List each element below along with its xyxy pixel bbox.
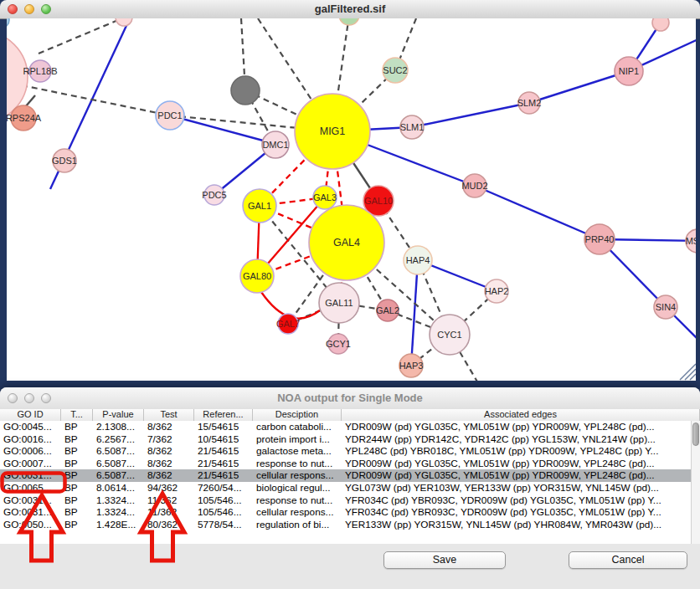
table-cell: YDR244W (pp) YDR142C, YDR142C (pp) YGL15… — [342, 433, 700, 446]
node-GDS1[interactable]: GDS1 — [52, 149, 77, 172]
network-edge — [529, 71, 629, 103]
node-label: RPL18B — [23, 66, 58, 76]
table-cell: YER133W (pp) YOR315W, YNL145W (pd) YHR08… — [342, 519, 700, 531]
table-cell: 21/54615 — [194, 469, 253, 482]
graph-window-title: galFiltered.sif — [0, 3, 700, 15]
resize-grip-line — [690, 374, 696, 380]
table-cell: 10/54615 — [194, 433, 253, 446]
table-cell: 2.1308... — [93, 421, 144, 433]
node-MIG1[interactable]: MIG1 — [295, 94, 370, 169]
table-row[interactable]: GO:0031...BP6.5087...8/36221/54615cellul… — [0, 469, 700, 482]
table-cell: GO:0007... — [0, 458, 61, 470]
table-cell: response to nut... — [253, 494, 342, 507]
node-SUC2[interactable]: SUC2 — [383, 58, 408, 83]
node-HAP2[interactable]: HAP2 — [485, 279, 509, 303]
table-row[interactable]: GO:0007...BP6.5087...8/36221/54615respon… — [0, 458, 700, 470]
node-PDC1[interactable]: PDC1 — [156, 101, 184, 130]
table-cell: BP — [61, 421, 93, 433]
table-row[interactable]: GO:0065...BP8.0614...94/3627260/54...bio… — [0, 482, 700, 494]
column-header-description[interactable]: Desciption — [253, 409, 342, 421]
node-DMC1[interactable]: DMC1 — [262, 131, 289, 158]
node-SLM1[interactable]: SLM1 — [400, 115, 425, 139]
node-cut-top-pink[interactable] — [116, 18, 132, 26]
scrollbar-thumb[interactable] — [692, 423, 699, 446]
node-label: DMC1 — [262, 140, 288, 150]
table-cell: BP — [61, 433, 93, 446]
table-row[interactable]: GO:0050...BP1.428E...80/3625778/54...reg… — [0, 519, 700, 531]
node-label: HAP2 — [485, 286, 509, 296]
noa-window-titlebar: NOA output for Single Mode — [0, 387, 700, 410]
graph-window-titlebar: galFiltered.sif — [0, 0, 700, 19]
column-header-test[interactable]: Test — [144, 409, 194, 421]
node-GAL4[interactable]: GAL4 — [309, 205, 384, 280]
table-cell: GO:0065... — [0, 482, 61, 494]
table-cell: 6.2567... — [93, 433, 144, 446]
node-GCY1[interactable]: GCY1 — [326, 334, 351, 354]
node-SIN4[interactable]: SIN4 — [654, 295, 677, 319]
column-header-go-id[interactable]: GO ID — [0, 409, 61, 421]
table-cell: galactose meta... — [253, 445, 342, 458]
node-GAL3[interactable]: GAL3 — [313, 186, 337, 209]
node-label: GAL7 — [276, 319, 300, 329]
table-cell: GO:0016... — [0, 433, 61, 446]
table-cell: 105/546... — [194, 494, 253, 507]
table-cell: YFR034C (pd) YBR093C, YDR009W (pd) YGL03… — [342, 506, 700, 519]
node-SLM2[interactable]: SLM2 — [517, 92, 542, 114]
table-cell: regulation of bi... — [253, 519, 342, 531]
node-GAL7[interactable]: GAL7 — [276, 314, 300, 334]
node-gray-unlabeled[interactable] — [231, 76, 260, 105]
node-label: SUC2 — [383, 65, 407, 75]
table-cell: BP — [61, 519, 93, 531]
node-label: SIN4 — [656, 302, 676, 312]
table-cell: GO:0031... — [0, 506, 61, 519]
node-GAL1[interactable]: GAL1 — [243, 189, 276, 223]
table-cell: 1.428E... — [93, 519, 144, 531]
table-cell: 6.5087... — [93, 458, 144, 470]
table-cell: YDR009W (pd) YGL035C, YML051W (pp) YDR00… — [342, 469, 700, 482]
node-cut-top-green[interactable] — [339, 18, 359, 25]
network-canvas[interactable]: RPL18BRPS24AGDS1PDC1DMC1MIG1SUC2SLM1SLM2… — [7, 18, 696, 381]
noa-window-title: NOA output for Single Mode — [0, 392, 700, 404]
save-button[interactable]: Save — [383, 551, 506, 569]
node-cut-top-left[interactable] — [7, 18, 9, 28]
column-header-p-value[interactable]: P-value — [93, 409, 144, 421]
node-label: MUD2 — [461, 181, 487, 191]
node-GAL11[interactable]: GAL11 — [319, 283, 359, 323]
table-cell: YPL248C (pd) YBR018C, YML051W (pp) YDR00… — [342, 445, 700, 458]
cancel-button[interactable]: Cancel — [569, 551, 687, 569]
column-header-associated-edges[interactable]: Associated edges — [342, 409, 700, 421]
resize-grip-line — [685, 369, 696, 380]
node-label: GAL11 — [325, 298, 353, 308]
table-cell: 105/546... — [194, 506, 253, 519]
table-cell: 15/54615 — [194, 421, 253, 433]
node-cut-top-right[interactable] — [652, 18, 669, 31]
table-scrollbar[interactable] — [691, 421, 700, 544]
node-label: RPS24A — [7, 113, 42, 123]
node-CYC1[interactable]: CYC1 — [430, 315, 470, 355]
table-row[interactable]: GO:0031...BP1.3324...11/362105/546...cel… — [0, 506, 700, 519]
node-GAL80[interactable]: GAL80 — [240, 259, 274, 293]
network-edge — [411, 260, 418, 366]
node-MUD2[interactable]: MUD2 — [461, 174, 487, 197]
node-PRP40[interactable]: PRP40 — [584, 224, 615, 254]
table-row[interactable]: GO:0045...BP2.1308...8/36215/54615carbon… — [0, 421, 700, 433]
table-cell: GO:0031... — [0, 469, 61, 482]
table-row[interactable]: GO:0031...BP1.3324...11/362105/546...res… — [0, 494, 700, 507]
table-cell: cellular respons... — [253, 506, 342, 519]
node-label: GAL4 — [333, 237, 360, 248]
column-header-type[interactable]: T... — [61, 409, 93, 421]
table-row[interactable]: GO:0006...BP6.5087...8/36221/54615galact… — [0, 445, 700, 458]
node-HAP4[interactable]: HAP4 — [404, 246, 432, 274]
column-header-reference[interactable]: Referen... — [194, 409, 253, 421]
table-cell: 5778/54... — [194, 519, 253, 531]
node-label: GAL10 — [364, 196, 393, 206]
node-NIP1[interactable]: NIP1 — [615, 57, 643, 85]
table-cell: 11/362 — [144, 494, 194, 507]
node-MSL1[interactable]: MSL1 — [686, 229, 696, 253]
node-HAP3[interactable]: HAP3 — [399, 354, 424, 377]
node-GAL2[interactable]: GAL2 — [376, 300, 399, 321]
node-label: CYC1 — [437, 330, 461, 340]
table-row[interactable]: GO:0016...BP6.2567...7/36210/54615protei… — [0, 433, 700, 446]
table-cell: 11/362 — [144, 506, 194, 519]
table-cell: BP — [61, 469, 93, 482]
